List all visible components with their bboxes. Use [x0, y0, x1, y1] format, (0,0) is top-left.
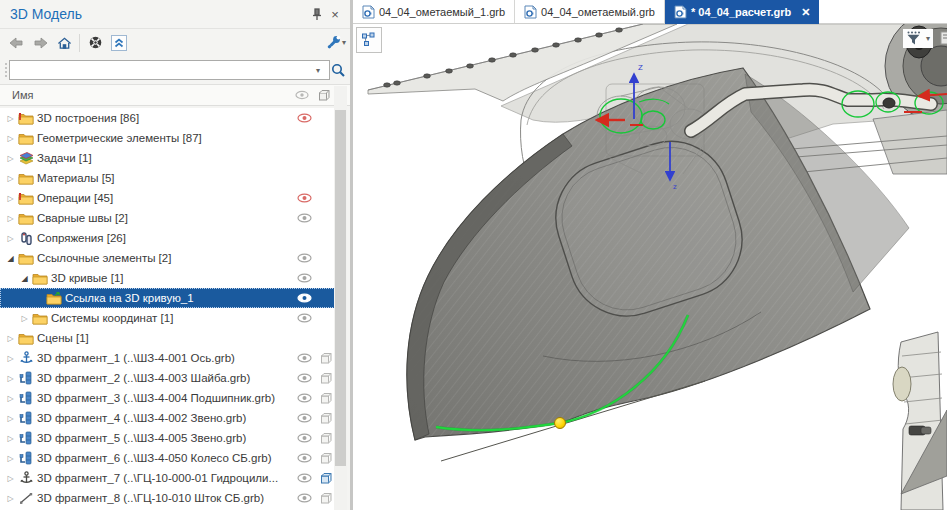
forward-button[interactable]: [28, 32, 52, 54]
expand-arrow-icon[interactable]: ▷: [4, 214, 17, 223]
visibility-eye-icon[interactable]: [293, 193, 315, 203]
visibility-eye-icon[interactable]: [293, 213, 315, 223]
expand-arrow-icon[interactable]: ▷: [4, 374, 17, 383]
visibility-eye-icon[interactable]: [293, 393, 315, 403]
home-button[interactable]: [52, 32, 76, 54]
viewport-3d[interactable]: ▾: [353, 24, 947, 510]
expand-arrow-icon[interactable]: ▷: [4, 234, 17, 243]
search-row: ▾: [0, 56, 350, 84]
expand-arrow-icon[interactable]: ◢: [4, 254, 17, 263]
search-dropdown-icon[interactable]: ▾: [316, 66, 328, 75]
pin-icon[interactable]: [308, 5, 326, 23]
tree-item-label: Операции [45]: [35, 192, 293, 204]
visibility-eye-icon[interactable]: [293, 253, 315, 263]
document-tab[interactable]: * 04_04_расчет.grb✕: [665, 0, 820, 24]
document-tab[interactable]: 04_04_ометаемый_1.grb: [353, 0, 515, 24]
expand-arrow-icon[interactable]: ▷: [4, 194, 17, 203]
mates-icon: [17, 230, 35, 246]
fragment-structure-button[interactable]: [356, 27, 382, 53]
tasks-icon: [17, 150, 35, 166]
expand-arrow-icon[interactable]: ▷: [4, 394, 17, 403]
document-tab[interactable]: 04_04_ометаемый.grb: [515, 0, 665, 24]
tree-row[interactable]: ▷Сцены [1]: [0, 328, 337, 348]
grb-file-icon: [524, 5, 537, 19]
tree-row[interactable]: ◢Ссылочные элементы [2]: [0, 248, 337, 268]
filter-caret-icon[interactable]: ▾: [926, 34, 930, 43]
expand-arrow-icon[interactable]: ▷: [4, 494, 17, 503]
tree-item-label: 3D построения [86]: [35, 112, 293, 124]
axis-label: Z: [638, 64, 643, 72]
tree-item-label: 3D фрагмент_1 (..\ШЗ-4-001 Ось.grb): [35, 352, 293, 364]
tree-item-label: Геометрические элементы [87]: [35, 132, 293, 144]
column-cube-icon[interactable]: [313, 89, 335, 102]
fragment-icon: [17, 430, 35, 446]
settings-wrench-button[interactable]: ▾: [326, 35, 346, 50]
tree-row[interactable]: Ссылка на 3D кривую_1: [0, 288, 337, 308]
expand-arrow-icon[interactable]: ▷: [4, 154, 17, 163]
scene-canvas[interactable]: Z z: [353, 24, 947, 510]
tree-row[interactable]: ▷Материалы [5]: [0, 168, 337, 188]
tree-row[interactable]: ▷Сопряжения [26]: [0, 228, 337, 248]
tree-row[interactable]: ▷3D фрагмент_8 (..\ГЦ-10-010 Шток СБ.grb…: [0, 488, 337, 508]
folder-link-icon: [45, 290, 63, 306]
expand-arrow-icon[interactable]: ▷: [4, 174, 17, 183]
target-button[interactable]: [83, 32, 107, 54]
search-icon[interactable]: [328, 60, 348, 80]
visibility-eye-icon[interactable]: [293, 493, 315, 503]
curve-point-handle[interactable]: [555, 418, 566, 429]
tree-item-label: 3D фрагмент_3 (..\ШЗ-4-004 Подшипник.grb…: [35, 392, 293, 404]
collapse-all-button[interactable]: [107, 32, 131, 54]
expand-arrow-icon[interactable]: ▷: [4, 114, 17, 123]
tab-close-icon[interactable]: ✕: [801, 6, 810, 19]
visibility-eye-icon[interactable]: [293, 433, 315, 443]
piston-cap: [893, 367, 911, 401]
expand-arrow-icon[interactable]: ▷: [4, 334, 17, 343]
visibility-eye-icon[interactable]: [293, 413, 315, 423]
expand-arrow-icon[interactable]: ▷: [4, 434, 17, 443]
tree-row[interactable]: ▷3D построения [86]: [0, 108, 337, 128]
cylinder-column[interactable]: [893, 332, 947, 510]
search-input[interactable]: [9, 60, 330, 80]
tree-row[interactable]: ▷Системы координат [1]: [0, 308, 337, 328]
expand-arrow-icon[interactable]: ◢: [18, 274, 31, 283]
tree-row[interactable]: ▷3D фрагмент_2 (..\ШЗ-4-003 Шайба.grb): [0, 368, 337, 388]
back-button[interactable]: [4, 32, 28, 54]
close-icon[interactable]: ×: [326, 5, 344, 23]
scrollbar-thumb[interactable]: [335, 110, 346, 466]
tree-row[interactable]: ▷3D фрагмент_3 (..\ШЗ-4-004 Подшипник.gr…: [0, 388, 337, 408]
toolbar-separator: [79, 34, 80, 52]
expand-arrow-icon[interactable]: ▷: [18, 314, 31, 323]
expand-arrow-icon[interactable]: ▷: [4, 414, 17, 423]
visibility-eye-icon[interactable]: [293, 113, 315, 123]
tree-row[interactable]: ▷Геометрические элементы [87]: [0, 128, 337, 148]
filter-button[interactable]: ▾: [903, 29, 933, 48]
visibility-eye-icon[interactable]: [293, 453, 315, 463]
grb-file-icon: [362, 5, 375, 19]
tree-row[interactable]: ▷Сварные швы [2]: [0, 208, 337, 228]
tree-scrollbar[interactable]: [334, 86, 347, 510]
tree-row[interactable]: ▷Задачи [1]: [0, 148, 337, 168]
visibility-eye-icon[interactable]: [293, 373, 315, 383]
tree-row[interactable]: ▷3D фрагмент_7 (..\ГЦ-10-000-01 Гидроцил…: [0, 468, 337, 488]
drag-grip[interactable]: [2, 60, 9, 80]
column-name-label: Имя: [12, 89, 291, 101]
expand-arrow-icon[interactable]: ▷: [4, 134, 17, 143]
expand-arrow-icon[interactable]: ▷: [4, 354, 17, 363]
expand-arrow-icon[interactable]: ▷: [4, 474, 17, 483]
column-visibility-icon[interactable]: [291, 90, 313, 100]
panel-toolbar: ▾: [0, 28, 350, 56]
expand-arrow-icon[interactable]: ▷: [4, 454, 17, 463]
visibility-eye-icon[interactable]: [293, 313, 315, 323]
tree-row[interactable]: ▷3D фрагмент_4 (..\ШЗ-4-002 Звено.grb): [0, 408, 337, 428]
visibility-eye-icon[interactable]: [293, 293, 315, 303]
tree-item-label: Ссылка на 3D кривую_1: [63, 292, 293, 304]
tree-row[interactable]: ▷3D фрагмент_5 (..\ШЗ-4-005 Звено.grb): [0, 428, 337, 448]
visibility-eye-icon[interactable]: [293, 473, 315, 483]
tree-row[interactable]: ▷3D фрагмент_6 (..\ШЗ-4-050 Колесо СБ.gr…: [0, 448, 337, 468]
tree-row[interactable]: ◢3D кривые [1]: [0, 268, 337, 288]
visibility-eye-icon[interactable]: [293, 273, 315, 283]
visibility-eye-icon[interactable]: [293, 353, 315, 363]
tree-item-label: Материалы [5]: [35, 172, 293, 184]
tree-row[interactable]: ▷Операции [45]: [0, 188, 337, 208]
tree-row[interactable]: ▷3D фрагмент_1 (..\ШЗ-4-001 Ось.grb): [0, 348, 337, 368]
